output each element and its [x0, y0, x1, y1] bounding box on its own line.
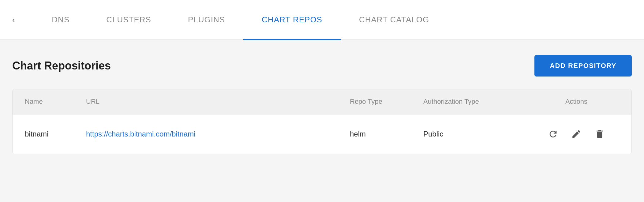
cell-repo-type: helm: [350, 130, 423, 138]
page-title: Chart Repositories: [12, 59, 111, 72]
add-repository-button[interactable]: ADD REPOSITORY: [534, 55, 632, 77]
repositories-table: Name URL Repo Type Authorization Type Ac…: [12, 89, 632, 154]
tab-chart-catalog[interactable]: CHART CATALOG: [341, 1, 447, 40]
edit-icon[interactable]: [570, 128, 582, 140]
top-navigation: ‹ DNS CLUSTERS PLUGINS CHART REPOS CHART…: [0, 0, 644, 40]
main-content: Chart Repositories ADD REPOSITORY Name U…: [0, 40, 644, 166]
page-header: Chart Repositories ADD REPOSITORY: [12, 55, 632, 77]
delete-icon[interactable]: [593, 128, 606, 140]
cell-url[interactable]: https://charts.bitnami.com/bitnami: [86, 130, 350, 138]
col-header-url: URL: [86, 98, 350, 106]
col-header-actions: Actions: [534, 98, 619, 106]
col-header-name: Name: [25, 98, 86, 106]
col-header-auth-type: Authorization Type: [423, 98, 534, 106]
cell-name: bitnami: [25, 130, 86, 138]
refresh-icon[interactable]: [547, 128, 559, 140]
tab-plugins[interactable]: PLUGINS: [170, 1, 243, 40]
back-button[interactable]: ‹: [12, 15, 15, 25]
cell-auth-type: Public: [423, 130, 534, 138]
tab-chart-repos[interactable]: CHART REPOS: [243, 1, 341, 40]
tab-dns[interactable]: DNS: [33, 1, 88, 40]
tab-clusters[interactable]: CLUSTERS: [88, 1, 170, 40]
table-header: Name URL Repo Type Authorization Type Ac…: [13, 89, 631, 114]
actions-cell: [534, 128, 619, 140]
col-header-repo-type: Repo Type: [350, 98, 423, 106]
table-row: bitnami https://charts.bitnami.com/bitna…: [13, 114, 631, 154]
